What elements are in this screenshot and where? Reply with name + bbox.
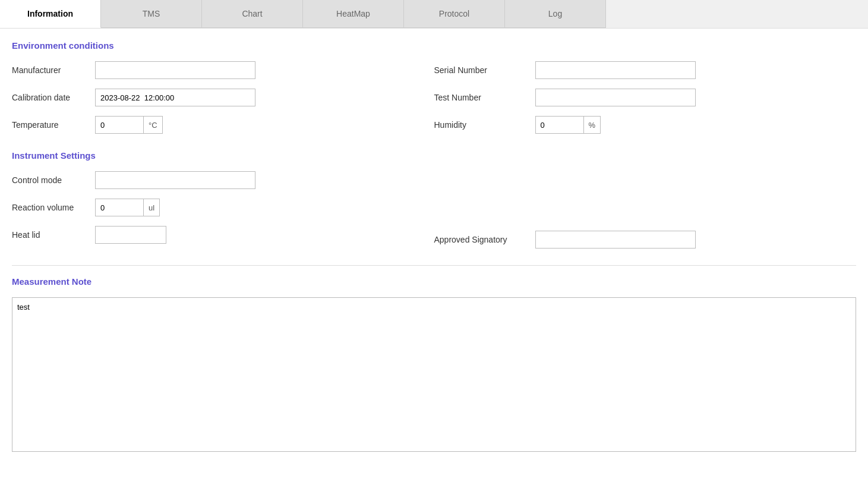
heat-lid-field: Heat lid (12, 226, 434, 244)
approved-signatory-input[interactable] (535, 231, 696, 249)
environment-section: Environment conditions Manufacturer Cali… (12, 40, 856, 134)
serial-number-label: Serial Number (434, 65, 529, 75)
manufacturer-input[interactable] (95, 61, 255, 79)
temperature-field: Temperature °C (12, 116, 434, 134)
humidity-input-group: % (535, 116, 601, 134)
tab-chart[interactable]: Chart (202, 0, 303, 28)
reaction-volume-field: Reaction volume ul (12, 199, 434, 216)
reaction-volume-input-group: ul (95, 199, 160, 216)
tab-tms[interactable]: TMS (101, 0, 202, 28)
serial-number-field: Serial Number (434, 61, 857, 79)
calibration-date-field: Calibration date (12, 89, 434, 106)
tab-log[interactable]: Log (505, 0, 606, 28)
serial-number-input[interactable] (535, 61, 696, 79)
heat-lid-label: Heat lid (12, 230, 89, 240)
manufacturer-field: Manufacturer (12, 61, 434, 79)
control-mode-field: Control mode (12, 171, 434, 189)
humidity-input[interactable] (536, 117, 583, 133)
instrument-title: Instrument Settings (12, 150, 856, 161)
temperature-input-group: °C (95, 116, 163, 134)
reaction-volume-unit: ul (143, 199, 159, 216)
test-number-input[interactable] (535, 89, 696, 106)
heat-lid-input[interactable] (95, 226, 166, 244)
humidity-label: Humidity (434, 120, 529, 130)
tab-heatmap[interactable]: HeatMap (303, 0, 404, 28)
environment-title: Environment conditions (12, 40, 856, 51)
humidity-unit: % (583, 117, 601, 133)
control-mode-input[interactable] (95, 171, 255, 189)
control-mode-label: Control mode (12, 175, 89, 185)
measurement-note-textarea[interactable]: test (12, 297, 856, 452)
temperature-input[interactable] (96, 117, 143, 133)
tab-protocol[interactable]: Protocol (404, 0, 505, 28)
calibration-date-input[interactable] (95, 89, 255, 106)
measurement-title: Measurement Note (12, 276, 856, 287)
humidity-field: Humidity % (434, 116, 857, 134)
temperature-unit: °C (143, 117, 162, 133)
test-number-label: Test Number (434, 93, 529, 102)
content-area: Environment conditions Manufacturer Cali… (0, 29, 868, 500)
instrument-section: Instrument Settings Control mode Reactio… (12, 150, 856, 249)
reaction-volume-label: Reaction volume (12, 203, 89, 212)
temperature-label: Temperature (12, 120, 89, 130)
measurement-section: Measurement Note test (12, 265, 856, 454)
manufacturer-label: Manufacturer (12, 65, 89, 75)
tab-bar: Information TMS Chart HeatMap Protocol L… (0, 0, 868, 29)
approved-signatory-label: Approved Signatory (434, 235, 529, 244)
reaction-volume-input[interactable] (96, 199, 143, 216)
test-number-field: Test Number (434, 89, 857, 106)
calibration-date-label: Calibration date (12, 93, 89, 102)
approved-signatory-field: Approved Signatory (434, 231, 857, 249)
tab-information[interactable]: Information (0, 0, 101, 28)
